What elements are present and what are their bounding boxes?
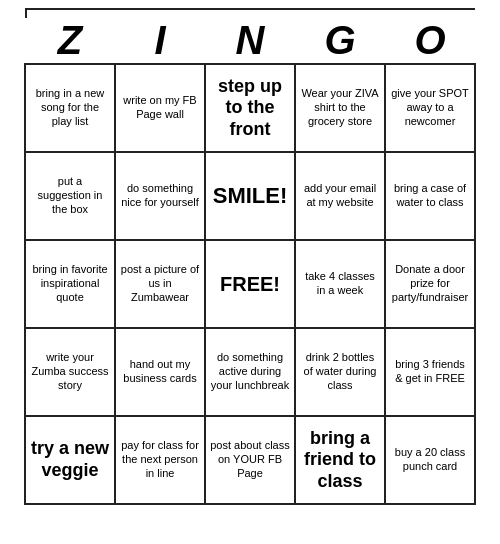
header-letter-n: N — [205, 18, 295, 63]
cell-text-r3c4: take 4 classes in a week — [300, 270, 380, 298]
cell-text-r4c4: drink 2 bottles of water during class — [300, 351, 380, 392]
bingo-cell-r3c5: Donate a door prize for party/fundraiser — [386, 241, 476, 329]
bingo-cell-r5c5: buy a 20 class punch card — [386, 417, 476, 505]
cell-text-r1c3: step up to the front — [210, 76, 290, 141]
bingo-cell-r5c2: pay for class for the next person in lin… — [116, 417, 206, 505]
bingo-cell-r2c1: put a suggestion in the box — [26, 153, 116, 241]
cell-text-r2c1: put a suggestion in the box — [30, 175, 110, 216]
header-letter-g: G — [295, 18, 385, 63]
cell-text-r5c4: bring a friend to class — [300, 428, 380, 493]
header-letter-z: Z — [25, 18, 115, 63]
cell-text-r5c2: pay for class for the next person in lin… — [120, 439, 200, 480]
cell-text-r5c5: buy a 20 class punch card — [390, 446, 470, 474]
bingo-cell-r3c3: FREE! — [206, 241, 296, 329]
header-letter-o: O — [385, 18, 475, 63]
cell-text-r3c1: bring in favorite inspirational quote — [30, 263, 110, 304]
bingo-cell-r4c5: bring 3 friends & get in FREE — [386, 329, 476, 417]
bingo-header-row — [25, 8, 475, 18]
bingo-cell-r1c4: Wear your ZIVA shirt to the grocery stor… — [296, 65, 386, 153]
cell-text-r1c2: write on my FB Page wall — [120, 94, 200, 122]
cell-text-r5c1: try a new veggie — [30, 438, 110, 481]
cell-text-r4c3: do something active during your lunchbre… — [210, 351, 290, 392]
cell-text-r5c3: post about class on YOUR FB Page — [210, 439, 290, 480]
cell-text-r2c5: bring a case of water to class — [390, 182, 470, 210]
bingo-grid: bring in a new song for the play listwri… — [24, 63, 476, 505]
bingo-cell-r2c2: do something nice for yourself — [116, 153, 206, 241]
bingo-cell-r2c5: bring a case of water to class — [386, 153, 476, 241]
cell-text-r4c5: bring 3 friends & get in FREE — [390, 358, 470, 386]
bingo-cell-r5c1: try a new veggie — [26, 417, 116, 505]
cell-text-r4c1: write your Zumba success story — [30, 351, 110, 392]
bingo-cell-r2c3: SMILE! — [206, 153, 296, 241]
cell-text-r3c2: post a picture of us in Zumbawear — [120, 263, 200, 304]
cell-text-r1c5: give your SPOT away to a newcomer — [390, 87, 470, 128]
bingo-cell-r5c3: post about class on YOUR FB Page — [206, 417, 296, 505]
bingo-cell-r1c1: bring in a new song for the play list — [26, 65, 116, 153]
bingo-cell-r3c1: bring in favorite inspirational quote — [26, 241, 116, 329]
cell-text-r2c4: add your email at my website — [300, 182, 380, 210]
cell-text-r3c3: FREE! — [220, 272, 280, 297]
bingo-cell-r5c4: bring a friend to class — [296, 417, 386, 505]
bingo-header — [0, 0, 500, 8]
cell-text-r4c2: hand out my business cards — [120, 358, 200, 386]
bingo-cell-r3c4: take 4 classes in a week — [296, 241, 386, 329]
cell-text-r2c3: SMILE! — [213, 182, 288, 210]
bingo-cell-r1c3: step up to the front — [206, 65, 296, 153]
bingo-cell-r1c5: give your SPOT away to a newcomer — [386, 65, 476, 153]
cell-text-r1c4: Wear your ZIVA shirt to the grocery stor… — [300, 87, 380, 128]
bingo-cell-r4c2: hand out my business cards — [116, 329, 206, 417]
header-letter-i: I — [115, 18, 205, 63]
bingo-cell-r4c4: drink 2 bottles of water during class — [296, 329, 386, 417]
cell-text-r1c1: bring in a new song for the play list — [30, 87, 110, 128]
bingo-cell-r1c2: write on my FB Page wall — [116, 65, 206, 153]
cell-text-r3c5: Donate a door prize for party/fundraiser — [390, 263, 470, 304]
bingo-cell-r3c2: post a picture of us in Zumbawear — [116, 241, 206, 329]
bingo-cell-r4c1: write your Zumba success story — [26, 329, 116, 417]
bingo-cell-r2c4: add your email at my website — [296, 153, 386, 241]
bingo-cell-r4c3: do something active during your lunchbre… — [206, 329, 296, 417]
cell-text-r2c2: do something nice for yourself — [120, 182, 200, 210]
